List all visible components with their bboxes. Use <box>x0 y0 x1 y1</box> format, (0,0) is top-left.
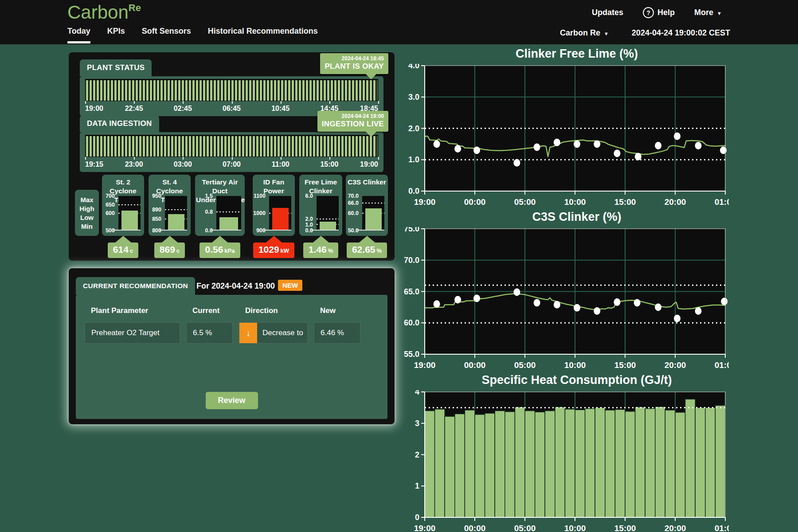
gauge-tick-label: 0.0 <box>305 227 313 234</box>
gauge-tick-label: 650 <box>106 202 115 208</box>
gauge-unit: c <box>130 247 133 254</box>
timeline-tick <box>134 157 135 160</box>
badge-arrow-up-icon <box>313 236 329 243</box>
clock-timestamp: 2024-04-24 19:00:02 CEST <box>632 28 730 38</box>
timeline-tick-label: 19:00 <box>360 160 378 168</box>
tab-soft-sensors[interactable]: Soft Sensors <box>142 27 191 43</box>
gauge-bar <box>219 217 238 230</box>
status-stripes <box>85 79 378 101</box>
gauge-tick-label: 1.0 <box>305 222 313 228</box>
gauge-tick-label: 0.8 <box>205 209 213 215</box>
recommendation-table-row: Preheater O2 Target 6.5 % ↓ Decrease to … <box>85 322 360 344</box>
svg-text:01:00: 01:00 <box>715 360 729 370</box>
more-menu[interactable]: More▼ <box>694 8 722 17</box>
gauge-value: 1029 <box>258 244 279 254</box>
gauge-unit: % <box>328 247 333 254</box>
svg-text:1.0: 1.0 <box>408 155 419 164</box>
recommendation-subtitle: For 2024-04-24 19:00 <box>196 282 275 291</box>
svg-text:70.0: 70.0 <box>404 256 419 265</box>
svg-text:00:00: 00:00 <box>464 360 486 370</box>
recommendation-table-header: Plant ParameterCurrentDirectionNew <box>85 306 360 315</box>
legend-min: Min <box>81 223 93 230</box>
gauge-bar <box>272 208 289 230</box>
svg-text:10:00: 10:00 <box>564 197 586 207</box>
tab-today[interactable]: Today <box>67 27 90 43</box>
nav-tabs: TodayKPIsSoft SensorsHistorical Recommen… <box>67 27 318 43</box>
svg-text:01:00: 01:00 <box>715 524 729 532</box>
plant-status-badge: 2024-04-24 18:45 PLANT IS OKAY <box>320 53 388 74</box>
timeline-tick-label: 02:45 <box>174 105 192 113</box>
timeline-tick <box>378 101 379 104</box>
review-button[interactable]: Review <box>205 392 258 409</box>
svg-text:2: 2 <box>415 450 419 459</box>
gauge-value: 62.65 <box>352 244 376 254</box>
svg-text:65.0: 65.0 <box>404 287 419 296</box>
gauge-tick-label: 890 <box>152 207 161 213</box>
logo: CarbonRe <box>67 2 141 23</box>
svg-text:00:00: 00:00 <box>464 524 486 532</box>
badge-arrow-up-icon <box>162 236 178 243</box>
tab-historical-recommendations[interactable]: Historical Recommendations <box>208 27 318 43</box>
gauge-value: 614 <box>113 244 129 254</box>
plant-status-card: PLANT STATUS 2024-04-24 18:45 PLANT IS O… <box>69 52 395 261</box>
gauge-tick-label: 50.0 <box>348 227 359 234</box>
svg-text:10:00: 10:00 <box>564 360 586 370</box>
gauge-value-badge: 614c <box>102 236 144 258</box>
chevron-down-icon: ▼ <box>717 11 722 16</box>
svg-text:15:00: 15:00 <box>614 524 636 532</box>
plant-status-tab: PLANT STATUS <box>80 59 152 76</box>
timeline-tick <box>183 157 184 160</box>
gauge-tick-label: 60.0 <box>348 210 359 216</box>
gauge-value-badge: 1.46% <box>299 236 342 258</box>
svg-text:4.0: 4.0 <box>408 64 419 70</box>
timeline-tick-label: 15:00 <box>320 160 338 168</box>
gauge-tick-label: 700 <box>106 193 115 199</box>
gauge-tick-label: 0.0 <box>205 227 213 234</box>
status-stripes <box>85 135 378 157</box>
chart-clinker-free-lime: Clinker Free Lime (%)0.01.02.03.04.019:0… <box>399 47 729 208</box>
legend-high: High <box>79 205 94 212</box>
column-header-new: New <box>314 306 360 315</box>
chart-plot: 0.01.02.03.04.019:0000:0005:0010:0015:00… <box>399 64 729 207</box>
timeline-tick <box>329 157 330 160</box>
gauge-tick-label: 2.0 <box>305 216 313 222</box>
new-value-cell: 6.46 % <box>314 322 360 344</box>
plant-status-badge-label: PLANT IS OKAY <box>325 62 384 71</box>
top-nav: CarbonRe TodayKPIsSoft SensorsHistorical… <box>0 0 798 44</box>
svg-text:19:00: 19:00 <box>414 360 436 370</box>
direction-label: Decrease to <box>257 329 307 337</box>
gauge-tertiary-air-duct-underpressure: Tertiary Air DuctUnderpressure1.50.80.00… <box>195 175 245 258</box>
svg-text:0.0: 0.0 <box>408 187 419 196</box>
gauge-unit: kW <box>281 247 289 254</box>
gauge-tick-label: 600 <box>106 210 115 216</box>
gauge-value: 0.56 <box>205 244 223 254</box>
gauge-tick-label: 1000 <box>253 210 266 216</box>
badge-arrow-up-icon <box>359 236 375 243</box>
svg-text:10:00: 10:00 <box>564 524 586 532</box>
plant-selector[interactable]: Carbon Re▼ <box>560 28 609 38</box>
chart-specific-heat-consumption-gj-t: Specific Heat Consumption (GJ/t)0123419:… <box>399 373 729 532</box>
timeline-tick-label: 03:00 <box>174 160 192 168</box>
gauge-tick-label: 500 <box>106 227 115 234</box>
timeline-tick <box>378 157 379 160</box>
current-recommendation-card: CURRENT RECOMMENDATION For 2024-04-24 19… <box>69 268 395 424</box>
legend-max: Max <box>80 196 93 203</box>
gauge-value: 869 <box>160 244 175 254</box>
updates-button[interactable]: Updates <box>592 8 623 17</box>
gauge-tick-label: 70.0 <box>348 193 359 199</box>
svg-text:19:00: 19:00 <box>414 524 436 532</box>
svg-text:55.0: 55.0 <box>404 350 419 359</box>
gauge-st-4-cyclone-temp: St. 4 CycloneTemp950890850800869c <box>149 175 191 258</box>
gauge-bar <box>365 208 382 230</box>
data-ingestion-tab: DATA INGESTION <box>80 115 159 132</box>
svg-text:20:00: 20:00 <box>665 197 686 207</box>
svg-text:05:00: 05:00 <box>514 360 536 370</box>
chevron-down-icon: ▼ <box>604 31 609 36</box>
tab-kpis[interactable]: KPIs <box>107 27 125 43</box>
timeline-tick <box>85 101 86 104</box>
timeline-tick-label: 07:00 <box>223 160 241 168</box>
svg-text:4: 4 <box>415 390 419 396</box>
plant-status-badge-date: 2024-04-24 18:45 <box>325 55 384 62</box>
help-button[interactable]: ? Help <box>643 7 675 18</box>
gauge-unit: kPa <box>224 247 235 254</box>
